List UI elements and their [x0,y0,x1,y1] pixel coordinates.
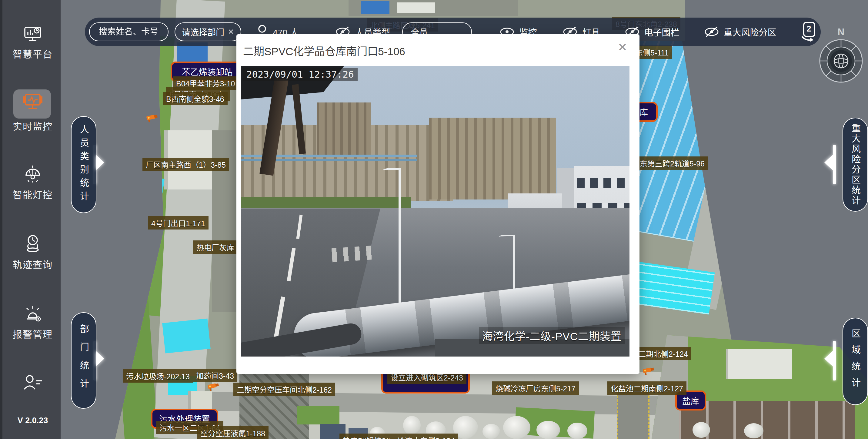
department-select[interactable]: 请选择部门 ✕ [175,23,241,41]
map-label[interactable]: 二期空分空压车间北侧2-162 [234,383,335,396]
sidebar-item-smart-light[interactable]: 智能灯控 [2,165,63,201]
view-switch-badge: 2 [807,24,811,34]
map-label[interactable]: 烧碱冷冻厂房东侧5-217 [492,381,579,395]
storage-tank [692,422,710,438]
photo-lamp-arm [383,168,401,173]
map-label[interactable]: 4号门出口1-171 [148,216,209,230]
map-label[interactable]: 加药间3-43 [193,369,237,382]
storage-tank [403,416,421,435]
close-icon[interactable]: ✕ [618,41,627,53]
camera-timestamp: 2023/09/01 12:37:26 [243,68,358,81]
sidebar-item-alarm-manage[interactable]: 报警管理 [2,304,63,341]
sidebar-item-smart-platform[interactable]: 智慧平台 [2,25,63,60]
tab-major-risk-zone-stats[interactable]: 重大风险分区统计 [842,118,868,212]
photo-lamp-pole [399,169,401,321]
camera-modal: 二期SPVC化学品仓库南门口5-106 ✕ [237,34,640,374]
map-label[interactable]: 热电厂灰库 [193,240,238,254]
storage-tank [503,416,530,439]
photo-windows [577,178,629,188]
tab-area-stats[interactable]: 区域统计 [842,318,868,405]
photo-structures [317,103,371,157]
sidebar-item-label: 智能灯控 [13,187,53,201]
photo-grass [241,197,411,209]
map-label[interactable]: 化盐池二期南侧2-127 [607,381,686,395]
eye-slash-icon [704,26,719,38]
map-label[interactable]: 二期北侧2-124 [635,347,691,360]
toggle-label: 电子围栏 [644,26,680,38]
map-label[interactable]: 东第三跨2轨道5-96 [637,156,708,170]
storage-tank [483,424,500,439]
clear-icon[interactable]: ✕ [228,28,234,36]
alarm-manage-icon [23,304,43,323]
map-shape [297,406,339,425]
department-placeholder: 请选择部门 [182,26,224,38]
map-shape [726,349,792,379]
dashboard-monitor-icon [23,25,42,42]
sidebar: 智慧平台 实时监控 智能灯控 [0,0,61,439]
camera-watermark: 海湾化学-二级-PVC二期装置 [479,327,625,344]
map-camera-icon[interactable] [146,113,159,123]
map-label[interactable]: 热电5#锅炉6# 冷冻水东侧2-134 [339,434,458,439]
storage-tank [744,423,764,438]
camera-feed: 2023/09/01 12:37:26 海湾化学-二级-PVC二期装置 [241,66,629,356]
map-label[interactable]: 污水垃圾场-202.13 [123,369,193,383]
search-pill[interactable] [89,23,168,41]
sidebar-item-person-list[interactable] [2,374,63,391]
map-label[interactable]: 厂区南主路西（1）3-85 [143,158,229,171]
sidebar-item-label: 报警管理 [13,327,53,341]
toggle-label: 重大风险分区 [724,26,776,38]
map-shape [617,388,650,439]
map-shape [142,176,164,193]
sidebar-item-track-query[interactable]: 轨迹查询 [2,234,63,271]
photo-structures [429,118,556,200]
map-label[interactable]: B西南侧全貌3-46 [163,92,227,105]
sidebar-item-label: 实时监控 [13,119,53,133]
search-input[interactable] [98,27,163,37]
photo-lamp-arm [499,235,515,239]
map-label[interactable]: 空分空压液氮1-188 [197,426,269,439]
map-shape [361,1,390,14]
realtime-monitor-icon [22,93,44,112]
sidebar-item-realtime-monitor[interactable]: 实时监控 [2,93,63,133]
map-camera-icon[interactable] [642,365,655,376]
map-shape [397,2,435,13]
storage-tank [567,422,587,439]
compass-north-label: N [815,27,867,37]
tab-person-category-stats[interactable]: 人员类别统计 [71,116,96,213]
track-query-icon [23,234,43,253]
map-camera-icon[interactable] [207,381,220,392]
toggle-major-risk[interactable]: 重大风险分区 [704,26,776,38]
sidebar-item-label: 智慧平台 [13,47,53,60]
smart-light-icon [23,165,43,183]
sidebar-item-label: 轨迹查询 [13,257,53,271]
compass[interactable]: N [815,27,867,84]
modal-title: 二期SPVC化学品仓库南门口5-106 [243,43,405,58]
storage-tank [536,421,560,439]
map-shape [162,318,211,353]
view-switch-button[interactable]: 2 [800,22,819,42]
compass-icon [818,38,864,84]
tab-department-stats[interactable]: 部门统计 [71,312,96,409]
app-version: V 2.0.23 [2,416,63,426]
person-list-icon [22,374,44,391]
